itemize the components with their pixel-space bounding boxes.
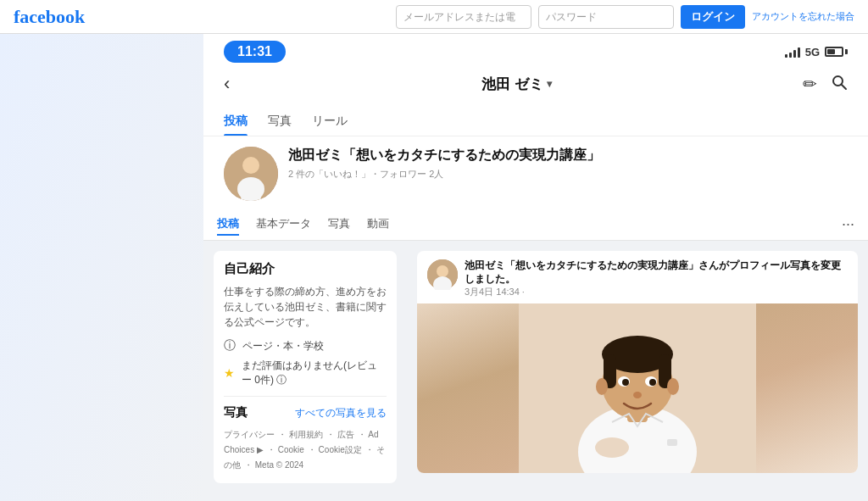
profile-info-row: 池田ゼミ「想いをカタチにするための実現力講座」 2 件の「いいね！」・フォロワー…	[203, 136, 868, 208]
phone-area: 11:31 5G ‹ 池田 ゼ	[203, 34, 868, 501]
profile-card: 自己紹介 仕事をする際の締め方、進め方をお伝えしている池田ゼミ、書籍に関する公式…	[214, 251, 397, 483]
forgot-link[interactable]: アカウントを忘れた場合	[752, 10, 854, 23]
divider	[224, 396, 387, 397]
avatar-image	[224, 147, 278, 201]
profile-tabs: 投稿 写真 リール	[203, 102, 868, 136]
page-title: 池田 ゼミ ▾	[481, 75, 552, 94]
login-button[interactable]: ログイン	[681, 5, 745, 29]
nav-actions: ✏	[803, 74, 848, 95]
facebook-navbar: facebook ログイン アカウントを忘れた場合	[0, 0, 868, 34]
page-type-text: ページ・本・学校	[242, 339, 324, 353]
content-tab-basic[interactable]: 基本データ	[256, 213, 311, 235]
svg-point-23	[595, 437, 629, 458]
facebook-logo: facebook	[14, 6, 85, 28]
rating-text: まだ評価はありません(レビュー 0件) ⓘ	[242, 359, 387, 387]
content-tab-photos[interactable]: 写真	[328, 213, 350, 235]
post-card: 池田ゼミ「想いをカタチにするための実現力講座」さんがプロフィール写真を変更しまし…	[417, 251, 858, 473]
navbar-right: ログイン アカウントを忘れた場合	[396, 5, 854, 29]
post-header: 池田ゼミ「想いをカタチにするための実現力講座」さんがプロフィール写真を変更しまし…	[417, 251, 858, 303]
footer-privacy[interactable]: プライバシー	[224, 430, 275, 439]
svg-point-20	[649, 379, 656, 386]
status-icons: 5G	[785, 46, 848, 58]
content-tabs: 投稿 基本データ 写真 動画 ···	[203, 208, 868, 241]
footer-cookie[interactable]: Cookie	[278, 445, 304, 454]
content-tab-posts[interactable]: 投稿	[217, 213, 239, 235]
tab-reels[interactable]: リール	[312, 109, 348, 136]
svg-point-21	[633, 392, 642, 398]
post-avatar	[427, 259, 458, 290]
svg-point-3	[242, 157, 259, 174]
search-icon[interactable]	[831, 74, 848, 95]
password-input[interactable]	[538, 5, 674, 29]
status-bar: 11:31 5G	[203, 34, 868, 66]
post-person-svg	[519, 303, 756, 473]
back-button[interactable]: ‹	[224, 73, 230, 95]
footer-meta-copyright: Meta © 2024	[255, 460, 303, 470]
info-row-type: ⓘ ページ・本・学校	[224, 338, 387, 353]
time-display: 11:31	[224, 41, 286, 63]
photos-header: 写真 すべての写真を見る	[224, 405, 387, 420]
navigation-row: ‹ 池田 ゼミ ▾ ✏	[203, 66, 868, 102]
tab-photos[interactable]: 写真	[268, 109, 292, 136]
chevron-down-icon[interactable]: ▾	[547, 78, 552, 90]
page-title-text: 池田 ゼミ	[481, 75, 543, 94]
profile-text: 池田ゼミ「想いをカタチにするための実現力講座」 2 件の「いいね！」・フォロワー…	[288, 147, 848, 181]
footer-links: プライバシー・ 利用規約・ 広告・ Ad Choices ▶・ Cookie・ …	[224, 427, 387, 473]
post-image	[417, 303, 858, 473]
battery-icon	[825, 47, 848, 57]
content-tab-video[interactable]: 動画	[367, 213, 389, 235]
left-sidebar	[0, 34, 203, 501]
about-title: 自己紹介	[224, 261, 387, 277]
tab-posts[interactable]: 投稿	[224, 109, 248, 136]
left-panel: 自己紹介 仕事をする際の締め方、進め方をお伝えしている池田ゼミ、書籍に関する公式…	[203, 241, 407, 501]
profile-meta: 2 件の「いいね！」・フォロワー 2人	[288, 168, 848, 181]
avatar	[224, 147, 278, 201]
see-all-photos-link[interactable]: すべての写真を見る	[295, 406, 387, 420]
signal-icon	[785, 46, 800, 58]
email-input[interactable]	[396, 5, 531, 29]
svg-rect-22	[667, 439, 677, 446]
star-icon: ★	[224, 366, 235, 380]
svg-line-1	[842, 84, 847, 89]
svg-point-16	[667, 378, 679, 395]
profile-name: 池田ゼミ「想いをカタチにするための実現力講座」	[288, 147, 848, 164]
post-meta: 池田ゼミ「想いをカタチにするための実現力講座」さんがプロフィール写真を変更しまし…	[465, 259, 848, 298]
svg-point-15	[596, 378, 608, 395]
about-text: 仕事をする際の締め方、進め方をお伝えしている池田ゼミ、書籍に関する公式ページです…	[224, 284, 387, 330]
photos-section-title: 写真	[224, 405, 248, 420]
info-row-rating: ★ まだ評価はありません(レビュー 0件) ⓘ	[224, 359, 387, 387]
info-circle-icon: ⓘ	[224, 338, 236, 353]
network-label: 5G	[805, 46, 820, 58]
footer-ads[interactable]: 広告	[337, 430, 354, 439]
post-author: 池田ゼミ「想いをカタチにするための実現力講座」さんがプロフィール写真を変更しまし…	[465, 259, 848, 286]
footer-cookie-settings[interactable]: Cookie設定	[319, 445, 362, 454]
bottom-content: 自己紹介 仕事をする際の締め方、進め方をお伝えしている池田ゼミ、書籍に関する公式…	[203, 241, 868, 501]
svg-point-19	[622, 379, 629, 386]
svg-point-6	[437, 265, 448, 277]
right-panel: 池田ゼミ「想いをカタチにするための実現力講座」さんがプロフィール写真を変更しまし…	[407, 241, 868, 501]
main-content: 11:31 5G ‹ 池田 ゼ	[0, 34, 868, 501]
more-options-icon[interactable]: ···	[842, 215, 854, 233]
post-time: 3月4日 14:34 ·	[465, 286, 848, 298]
edit-icon[interactable]: ✏	[803, 74, 817, 94]
footer-terms[interactable]: 利用規約	[289, 430, 323, 439]
